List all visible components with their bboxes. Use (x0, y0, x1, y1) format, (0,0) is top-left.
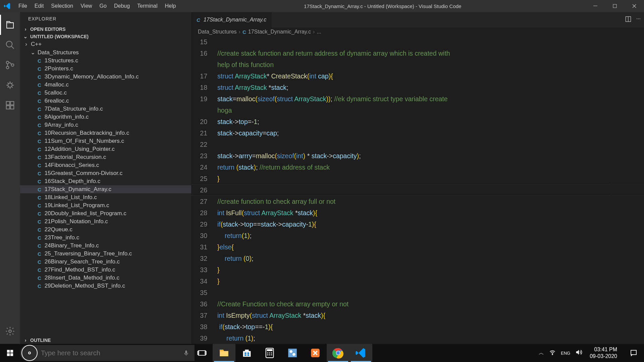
task-view-icon[interactable] (195, 344, 209, 362)
breadcrumb-file[interactable]: 17Stack_Dynamic_Array.c (248, 29, 311, 35)
file-item[interactable]: C16Stack_Depth_info.c (20, 177, 191, 185)
search-icon[interactable] (0, 35, 20, 55)
menu-file[interactable]: File (15, 0, 31, 12)
file-item[interactable]: C13Factorial_Recursion.c (20, 153, 191, 161)
cortana-icon (21, 345, 38, 361)
open-editors-section[interactable]: ›OPEN EDITORS (20, 25, 191, 33)
menu-debug[interactable]: Debug (110, 0, 133, 12)
file-item[interactable]: C27Find_Method_BST_info.c (20, 266, 191, 274)
file-tree[interactable]: ›C++ ⌄Data_Structures C1Structures.cC2Po… (20, 40, 191, 337)
search-input[interactable] (41, 349, 178, 357)
c-file-icon: C (38, 267, 41, 273)
volume-icon[interactable] (575, 349, 582, 357)
split-editor-icon[interactable] (625, 16, 632, 24)
file-item[interactable]: C19Linked_List_Program.c (20, 201, 191, 209)
tab-active[interactable]: C 17Stack_Dynamic_Array.c (191, 12, 272, 27)
file-item[interactable]: C21Polish_Notation_Info.c (20, 218, 191, 226)
wifi-icon[interactable] (549, 349, 556, 357)
maximize-button[interactable] (605, 0, 625, 12)
extensions-icon[interactable] (0, 95, 20, 115)
language-icon[interactable]: ENG (561, 351, 570, 356)
file-item[interactable]: C20Doubly_linked_list_Program.c (20, 209, 191, 218)
file-item[interactable]: C9Array_info.c (20, 121, 191, 129)
file-label: 6realloc.c (45, 98, 69, 104)
sidebar-title: EXPLORER (20, 12, 191, 25)
file-item[interactable]: C26Binary_Search_Tree_info.c (20, 258, 191, 266)
file-item[interactable]: C7Data_Structure_info.c (20, 105, 191, 113)
file-item[interactable]: C28Insert_Data_Method_info.c (20, 274, 191, 282)
c-file-icon: C (38, 163, 41, 168)
file-item[interactable]: C18Linked_List_Info.c (20, 193, 191, 201)
calculator-app[interactable] (258, 344, 281, 362)
breadcrumb-folder[interactable]: Data_Structures (198, 29, 237, 35)
menu-selection[interactable]: Selection (47, 0, 77, 12)
file-item[interactable]: C25_Traversing_Binary_Tree_Info.c (20, 250, 191, 258)
mic-icon[interactable] (178, 350, 195, 356)
outline-section[interactable]: ›OUTLINE (20, 337, 191, 344)
file-label: 26Binary_Search_Tree_info.c (45, 258, 120, 265)
explorer-icon[interactable] (0, 15, 20, 35)
file-item[interactable]: C11Sum_Of_First_N_Numbers.c (20, 137, 191, 145)
file-item[interactable]: C12Addition_Using_Pointer.c (20, 145, 191, 153)
chevron-right-icon: › (22, 26, 29, 32)
file-item[interactable]: C29Deletion_Method_BST_info.c (20, 282, 191, 290)
folder-cpp[interactable]: ›C++ (20, 40, 191, 48)
more-actions-icon[interactable]: ··· (636, 16, 641, 24)
c-file-icon: C (38, 98, 41, 104)
menu-view[interactable]: View (77, 0, 96, 12)
svg-rect-22 (247, 353, 249, 354)
menu-edit[interactable]: Edit (31, 0, 48, 12)
file-item[interactable]: C17Stack_Dynamic_Array.c (20, 185, 191, 193)
menu-terminal[interactable]: Terminal (133, 0, 161, 12)
minimap[interactable] (610, 36, 644, 344)
c-file-icon: C (38, 283, 41, 289)
svg-point-28 (269, 352, 270, 353)
minimize-button[interactable] (586, 0, 605, 12)
svg-point-30 (267, 354, 268, 355)
file-explorer-app[interactable] (213, 344, 235, 362)
c-file-icon: C (197, 17, 200, 23)
close-button[interactable] (625, 0, 644, 12)
menu-go[interactable]: Go (96, 0, 110, 12)
file-item[interactable]: C2Pointers.c (20, 65, 191, 73)
file-item[interactable]: C1Structures.c (20, 57, 191, 65)
notifications-icon[interactable] (625, 344, 643, 362)
source-control-icon[interactable] (0, 55, 20, 75)
vscode-logo-icon (0, 2, 15, 10)
titlebar: File Edit Selection View Go Debug Termin… (0, 0, 644, 12)
file-item[interactable]: C3Dynamic_Memory_Allocation_Info.c (20, 73, 191, 81)
c-file-icon: C (38, 58, 41, 64)
tray-chevron-icon[interactable]: ︿ (539, 350, 544, 357)
clock[interactable]: 03:41 PM 09-03-2020 (586, 346, 621, 360)
chrome-app[interactable] (327, 344, 350, 362)
control-panel-app[interactable] (281, 344, 304, 362)
file-item[interactable]: C8Algorithm_info.c (20, 113, 191, 121)
settings-gear-icon[interactable] (0, 321, 20, 341)
start-button[interactable] (0, 344, 20, 362)
line-gutter: 1516 171819 2021222324252627282930313233… (191, 36, 217, 344)
breadcrumb-more[interactable]: ... (317, 29, 321, 35)
taskbar-search[interactable] (20, 345, 195, 361)
menu-help[interactable]: Help (161, 0, 180, 12)
workspace-section[interactable]: ⌄UNTITLED (WORKSPACE) (20, 33, 191, 40)
code-content[interactable]: //create stack function and return addre… (217, 36, 644, 344)
xampp-app[interactable] (304, 344, 327, 362)
file-item[interactable]: C10Recursion_Backtracking_info.c (20, 129, 191, 137)
file-item[interactable]: C6realloc.c (20, 97, 191, 105)
file-label: 24Binary_Tree_Info.c (45, 242, 99, 249)
vscode-app[interactable] (350, 344, 372, 362)
file-item[interactable]: C24Binary_Tree_Info.c (20, 242, 191, 250)
breadcrumb[interactable]: Data_Structures › C 17Stack_Dynamic_Arra… (191, 27, 644, 36)
file-item[interactable]: C15Greatest_Common-Divisor.c (20, 169, 191, 177)
file-item[interactable]: C22Queue.c (20, 226, 191, 234)
file-item[interactable]: C4malloc.c (20, 81, 191, 89)
microsoft-store-app[interactable] (235, 344, 258, 362)
file-item[interactable]: C23Tree_info.c (20, 234, 191, 242)
code-editor[interactable]: 1516 171819 2021222324252627282930313233… (191, 36, 644, 344)
file-label: 15Greatest_Common-Divisor.c (45, 170, 122, 177)
file-item[interactable]: C5calloc.c (20, 89, 191, 97)
debug-icon[interactable] (0, 75, 20, 95)
folder-data-structures[interactable]: ⌄Data_Structures (20, 48, 191, 57)
file-item[interactable]: C14Fibonacci_Series.c (20, 161, 191, 169)
c-file-icon: C (243, 29, 246, 35)
